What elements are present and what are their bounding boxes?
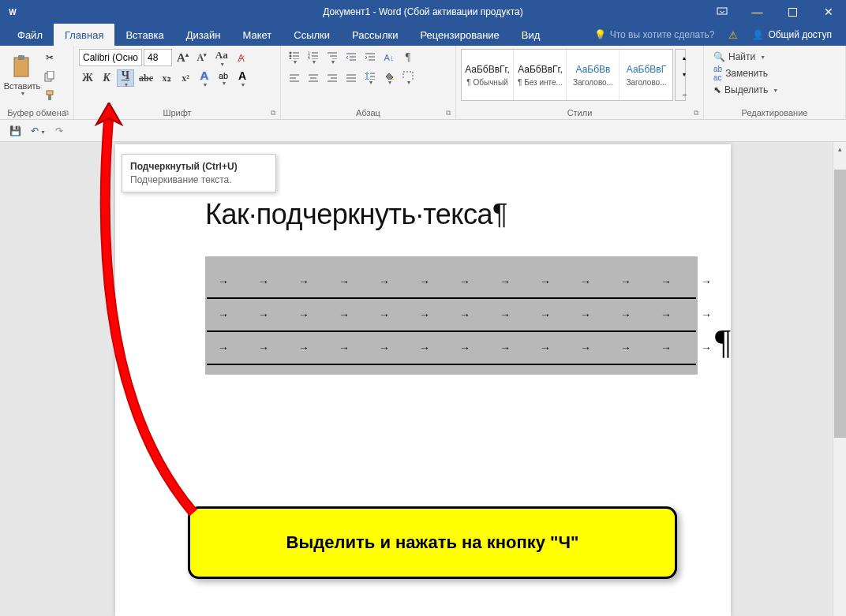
text-effects-button[interactable]: A▼ [196, 69, 213, 87]
brush-icon [44, 90, 55, 101]
multilevel-list-button[interactable]: ▼ [324, 49, 341, 66]
shading-button[interactable]: ▼ [380, 69, 398, 87]
align-left-icon [289, 73, 300, 84]
sort-button[interactable]: A↓ [380, 49, 398, 66]
group-paragraph: ▼ 123▼ ▼ A↓ ¶ ▼ ▼ ▼ Абзац⧉ [281, 46, 456, 119]
tooltip-description: Подчеркивание текста. [130, 174, 268, 185]
clear-formatting-button[interactable]: A̷ [233, 49, 250, 66]
tab-view[interactable]: Вид [511, 24, 552, 46]
cursor-icon: ⬉ [713, 84, 721, 95]
scroll-thumb[interactable] [834, 170, 846, 438]
quick-access-toolbar: 💾 ↶▼ ↷ [0, 120, 846, 142]
borders-button[interactable]: ▼ [399, 69, 417, 87]
svg-rect-3 [789, 8, 797, 16]
tab-file[interactable]: Файл [6, 24, 54, 46]
select-button[interactable]: ⬉Выделить▼ [712, 84, 780, 96]
tab-mailings[interactable]: Рассылки [341, 24, 409, 46]
change-case-button[interactable]: Aa▼ [212, 49, 231, 66]
selected-table[interactable]: →→→→→→→→→→→→→ →→→→→→→→→→→→→ →→→→→→→→→→→→… [205, 256, 698, 375]
save-button[interactable]: 💾 [9, 125, 21, 136]
style-normal[interactable]: АаБбВвГг,¶ Обычный [462, 50, 514, 100]
minimize-button[interactable]: ― [739, 0, 775, 24]
launcher-icon[interactable]: ⧉ [271, 109, 275, 118]
launcher-icon[interactable]: ⧉ [64, 109, 69, 118]
scroll-up-button[interactable]: ▴ [833, 142, 846, 155]
indent-icon [365, 52, 376, 63]
copy-button[interactable] [41, 68, 58, 85]
strikethrough-button[interactable]: abc [136, 69, 156, 87]
tab-home[interactable]: Главная [54, 24, 114, 46]
format-painter-button[interactable] [41, 87, 58, 104]
style-heading2[interactable]: АаБбВвГЗаголово... [620, 50, 672, 100]
subscript-button[interactable]: x₂ [158, 69, 175, 87]
align-right-button[interactable] [324, 69, 341, 87]
share-label: Общий доступ [768, 29, 832, 40]
styles-scroll-down[interactable]: ▾ [676, 66, 693, 83]
superscript-button[interactable]: x² [177, 69, 194, 87]
svg-point-14 [290, 58, 292, 60]
style-heading1[interactable]: АаБбВвЗаголово... [567, 50, 620, 100]
bullets-button[interactable]: ▼ [286, 49, 303, 66]
font-color-button[interactable]: A▼ [234, 69, 251, 87]
decrease-indent-button[interactable] [343, 49, 360, 66]
find-button[interactable]: 🔍Найти▼ [712, 50, 780, 63]
font-size-combo[interactable]: 48 [144, 49, 172, 66]
numbering-icon: 123 [308, 50, 319, 59]
show-hide-button[interactable]: ¶ [399, 49, 417, 66]
paste-label: Вставить [4, 81, 41, 91]
bold-button[interactable]: Ж [79, 69, 96, 87]
svg-text:W: W [9, 8, 17, 17]
tab-review[interactable]: Рецензирование [409, 24, 510, 46]
group-editing: 🔍Найти▼ abacЗаменить ⬉Выделить▼ Редактир… [704, 46, 846, 119]
tab-mark: → [218, 275, 229, 288]
chevron-down-icon: ▼ [21, 91, 26, 96]
align-right-icon [327, 73, 338, 84]
redo-button[interactable]: ↷ [55, 125, 63, 136]
styles-expand[interactable]: ⎯ [676, 84, 693, 100]
copy-icon [44, 71, 55, 82]
underline-button[interactable]: Ч▼ [117, 69, 134, 87]
window-title: Документ1 - Word (Сбой активации продукт… [323, 6, 522, 17]
styles-scroll-up[interactable]: ▴ [676, 50, 693, 66]
paste-button[interactable]: Вставить ▼ [5, 49, 39, 101]
grow-font-button[interactable]: A▴ [174, 49, 192, 66]
tab-references[interactable]: Ссылки [283, 24, 341, 46]
style-no-spacing[interactable]: АаБбВвГг,¶ Без инте... [515, 50, 567, 100]
line-spacing-icon [365, 71, 376, 80]
line-spacing-button[interactable]: ▼ [361, 69, 379, 87]
warning-icon[interactable]: ⚠ [728, 29, 738, 41]
align-left-button[interactable] [286, 69, 303, 87]
close-button[interactable]: ✕ [810, 0, 846, 24]
launcher-icon[interactable]: ⧉ [446, 109, 451, 118]
increase-indent-button[interactable] [361, 49, 379, 66]
tab-insert[interactable]: Вставка [114, 24, 174, 46]
svg-rect-47 [403, 72, 413, 80]
numbering-button[interactable]: 123▼ [305, 49, 322, 66]
font-name-combo[interactable]: Calibri (Осно [79, 49, 142, 66]
justify-button[interactable] [343, 69, 360, 87]
share-button[interactable]: 👤 Общий доступ [752, 29, 832, 40]
highlight-button[interactable]: ab▼ [215, 69, 232, 87]
shrink-font-button[interactable]: A▾ [193, 49, 211, 66]
table-row: →→→→→→→→→→→→→ [205, 332, 698, 364]
replace-button[interactable]: abacЗаменить [712, 64, 780, 83]
italic-button[interactable]: К [98, 69, 115, 87]
document-heading[interactable]: Как·подчеркнуть·текса¶ [205, 198, 715, 231]
annotation-callout: Выделить и нажать на кнопку "Ч" [188, 506, 677, 579]
tab-layout[interactable]: Макет [231, 24, 283, 46]
outdent-icon [346, 52, 357, 63]
align-center-button[interactable] [305, 69, 322, 87]
ribbon-display-button[interactable] [704, 0, 739, 24]
cut-button[interactable]: ✂ [41, 49, 58, 66]
tab-design[interactable]: Дизайн [175, 24, 232, 46]
svg-rect-4 [14, 58, 28, 77]
scissors-icon: ✂ [46, 52, 54, 63]
styles-gallery[interactable]: АаБбВвГг,¶ Обычный АаБбВвГг,¶ Без инте..… [461, 49, 673, 101]
tell-me-search[interactable]: 💡 Что вы хотите сделать? [594, 29, 715, 40]
bucket-icon [384, 71, 395, 80]
launcher-icon[interactable]: ⧉ [694, 109, 698, 118]
maximize-button[interactable] [775, 0, 810, 24]
vertical-scrollbar[interactable]: ▴ [833, 142, 846, 616]
svg-rect-9 [48, 95, 51, 100]
undo-button[interactable]: ↶▼ [31, 125, 46, 136]
